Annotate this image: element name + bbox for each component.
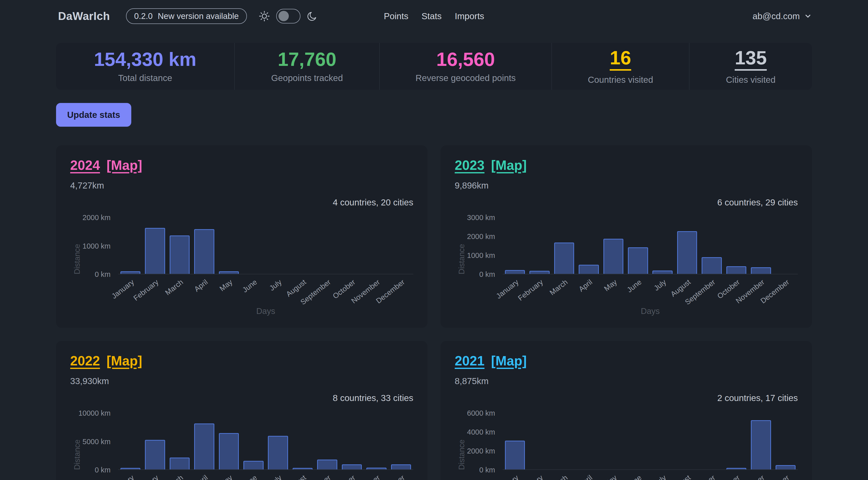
x-axis-tick: April — [577, 474, 594, 480]
stat-value-countries-visited[interactable]: 16 — [610, 48, 631, 71]
y-axis-tick: 0 km — [455, 270, 495, 279]
year-link[interactable]: 2024 — [70, 158, 100, 173]
nav-link-stats[interactable]: Stats — [422, 11, 441, 21]
x-axis-tick: June — [625, 474, 643, 480]
update-stats-button[interactable]: Update stats — [56, 103, 131, 127]
year-distance: 8,875km — [455, 376, 798, 386]
toggle-knob — [278, 11, 289, 21]
chart-bar — [505, 441, 525, 470]
y-axis-tick: 3000 km — [455, 213, 495, 222]
chart-bar — [342, 465, 362, 470]
chart-bar — [751, 267, 771, 274]
x-axis-tick: June — [241, 474, 258, 480]
app-logo[interactable]: DaWarIch — [58, 10, 110, 23]
countries-cities-summary: 6 countries, 29 cities — [717, 197, 798, 207]
map-link[interactable]: [Map] — [106, 158, 142, 173]
year-link[interactable]: 2022 — [70, 353, 100, 369]
app-header: DaWarIch 0.2.0 New version available Poi… — [0, 0, 868, 32]
y-axis-tick: 2000 km — [455, 447, 495, 455]
x-axis-tick: May — [218, 474, 234, 480]
map-link[interactable]: [Map] — [106, 353, 142, 369]
x-axis-tick: May — [602, 278, 618, 293]
y-axis-title: Distance — [457, 413, 466, 470]
year-card-title: 2022[Map] — [70, 353, 413, 369]
x-axis-tick: July — [268, 278, 283, 292]
x-axis-tick: January — [494, 474, 520, 480]
sun-icon — [258, 10, 270, 22]
chart-plot-area: JanuaryFebruaryMarchAprilMayJuneJulyAugu… — [503, 413, 798, 470]
y-axis-tick: 2000 km — [70, 213, 111, 222]
version-badge[interactable]: 0.2.0 New version available — [126, 8, 247, 24]
distance-chart: Distance10000 km5000 km0 kmJanuaryFebrua… — [70, 413, 413, 480]
x-axis-tick: October — [331, 474, 357, 480]
y-axis-tick: 0 km — [455, 466, 495, 474]
stat-total-distance: 154,330 kmTotal distance — [56, 43, 234, 90]
stat-countries-visited: 16Countries visited — [551, 43, 689, 90]
chart-bar — [170, 235, 190, 274]
theme-toggle[interactable] — [276, 9, 301, 24]
year-card-2023: 2023[Map]9,896km6 countries, 29 citiesDi… — [440, 146, 812, 328]
nav-link-points[interactable]: Points — [384, 11, 408, 21]
x-axis-tick: July — [652, 474, 668, 480]
user-menu[interactable]: ab@cd.com — [753, 11, 812, 21]
year-card-title: 2023[Map] — [455, 158, 798, 173]
year-distance: 9,896km — [455, 181, 798, 191]
chart-bar — [505, 270, 525, 274]
year-link[interactable]: 2021 — [455, 353, 485, 369]
chart-bar — [529, 271, 549, 274]
stat-value-reverse-geocoded-points: 16,560 — [436, 50, 495, 69]
x-axis-tick: May — [602, 474, 618, 480]
version-text: New version available — [158, 11, 239, 21]
chart-bar — [120, 271, 141, 274]
distance-chart: Distance2000 km1000 km0 kmJanuaryFebruar… — [70, 218, 413, 321]
year-card-2022: 2022[Map]33,930km8 countries, 33 citiesD… — [56, 341, 428, 480]
chart-bar — [603, 239, 623, 274]
x-axis-tick: February — [132, 278, 160, 302]
stat-label-geopoints-tracked: Geopoints tracked — [271, 73, 343, 83]
x-axis-tick: March — [164, 474, 185, 480]
y-axis-tick: 4000 km — [455, 428, 495, 436]
chart-bar — [145, 440, 165, 470]
x-axis-tick: June — [241, 278, 258, 294]
year-link[interactable]: 2023 — [455, 158, 485, 173]
chart-bar — [170, 457, 190, 470]
version-number: 0.2.0 — [134, 11, 153, 21]
chart-bar — [554, 243, 574, 274]
y-axis-tick: 1000 km — [70, 242, 111, 250]
map-link[interactable]: [Map] — [491, 353, 527, 369]
user-email: ab@cd.com — [753, 11, 800, 21]
chart-bar — [391, 465, 411, 470]
chart-bar — [219, 433, 239, 470]
x-axis-tick: March — [548, 474, 569, 480]
stat-label-cities-visited: Cities visited — [726, 75, 775, 85]
chart-bar — [726, 468, 746, 470]
chart-plot-area: JanuaryFebruaryMarchAprilMayJuneJulyAugu… — [503, 218, 798, 274]
x-axis-tick: April — [193, 278, 209, 293]
chart-bar — [579, 265, 599, 274]
y-axis-tick: 2000 km — [455, 232, 495, 241]
y-axis-tick: 6000 km — [455, 409, 495, 417]
chart-bar — [726, 266, 746, 274]
stat-value-geopoints-tracked: 17,760 — [278, 50, 336, 69]
main-nav: PointsStatsImports — [384, 11, 484, 21]
stat-value-cities-visited[interactable]: 135 — [735, 48, 767, 71]
year-card-2024: 2024[Map]4,727km4 countries, 20 citiesDi… — [56, 146, 428, 328]
map-link[interactable]: [Map] — [491, 158, 527, 173]
chart-bar — [219, 271, 239, 274]
chevron-down-icon — [804, 12, 812, 20]
y-axis-tick: 5000 km — [70, 437, 111, 446]
stat-label-countries-visited: Countries visited — [588, 75, 653, 85]
nav-link-imports[interactable]: Imports — [455, 11, 484, 21]
stat-geopoints-tracked: 17,760Geopoints tracked — [234, 43, 379, 90]
x-axis-tick: February — [517, 278, 545, 302]
year-card-title: 2021[Map] — [455, 353, 798, 369]
chart-bar — [317, 459, 337, 470]
x-axis-tick: May — [218, 278, 234, 293]
x-axis-tick: March — [164, 278, 185, 297]
stats-panel: 154,330 kmTotal distance17,760Geopoints … — [56, 43, 812, 90]
chart-bar — [628, 247, 648, 274]
chart-plot-area: JanuaryFebruaryMarchAprilMayJuneJulyAugu… — [118, 413, 413, 470]
x-axis-title: Days — [641, 307, 660, 316]
moon-icon — [307, 10, 318, 22]
stat-label-reverse-geocoded-points: Reverse geocoded points — [415, 73, 516, 83]
